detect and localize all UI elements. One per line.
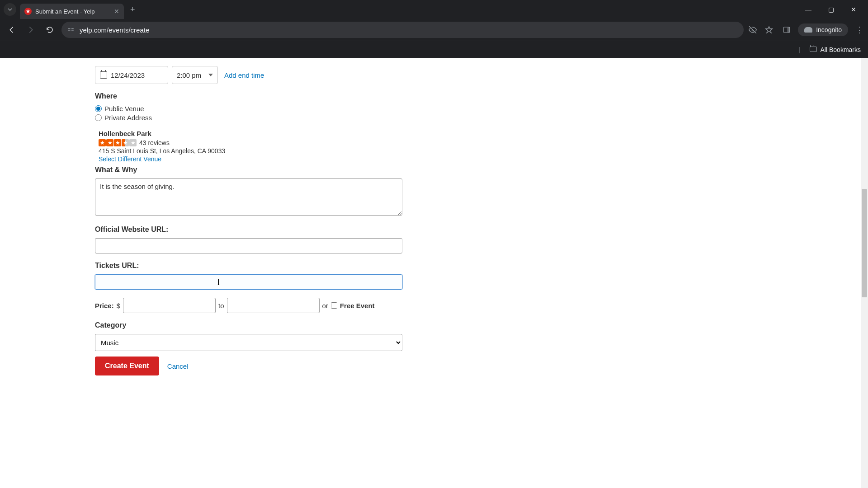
side-panel-icon[interactable] [783, 26, 791, 34]
maximize-button[interactable]: ▢ [825, 6, 837, 13]
review-count: 43 reviews [139, 139, 170, 146]
tab-search-button[interactable] [4, 3, 16, 16]
close-tab-icon[interactable]: ✕ [114, 8, 119, 15]
where-section: Where Public Venue Private Address Holle… [95, 92, 407, 163]
svg-rect-1 [68, 30, 71, 31]
private-address-radio[interactable] [95, 114, 102, 121]
yelp-favicon [24, 8, 32, 15]
form-actions: Create Event Cancel [95, 357, 407, 375]
tab-bar: Submit an Event - Yelp ✕ + ― ▢ ✕ [0, 0, 868, 19]
incognito-label: Incognito [816, 26, 842, 33]
price-to-label: to [218, 302, 224, 310]
venue-rating: 43 reviews [99, 139, 407, 146]
url-field[interactable]: yelp.com/events/create [61, 22, 744, 38]
price-from-input[interactable] [123, 298, 216, 313]
category-label: Category [95, 321, 407, 329]
free-event-checkbox[interactable] [331, 302, 337, 309]
time-select[interactable]: 2:00 pm [172, 66, 218, 84]
url-text: yelp.com/events/create [80, 26, 149, 34]
date-value: 12/24/2023 [111, 71, 145, 79]
text-cursor-icon: I [217, 277, 220, 287]
private-address-label: Private Address [104, 114, 152, 122]
tickets-input[interactable] [95, 274, 402, 290]
price-or-label: or [322, 302, 328, 310]
website-section: Official Website URL: [95, 225, 407, 253]
datetime-row: 12/24/2023 2:00 pm Add end time [95, 66, 407, 84]
what-why-label: What & Why [95, 166, 407, 174]
category-select[interactable]: Music [95, 334, 402, 351]
bookmarks-bar: | All Bookmarks [0, 41, 868, 58]
close-window-button[interactable]: ✕ [847, 6, 860, 13]
svg-rect-5 [788, 27, 790, 33]
website-input[interactable] [95, 238, 402, 253]
what-why-textarea[interactable]: It is the season of giving. [95, 178, 402, 216]
eye-off-icon[interactable] [748, 25, 757, 34]
create-event-button[interactable]: Create Event [95, 357, 159, 375]
venue-address: 415 S Saint Louis St, Los Angeles, CA 90… [99, 147, 407, 155]
bookmarks-divider: | [799, 46, 801, 53]
price-row: Price: $ to or Free Event [95, 298, 407, 313]
tab-title: Submit an Event - Yelp [35, 8, 108, 15]
public-venue-option[interactable]: Public Venue [95, 105, 407, 113]
menu-button[interactable]: ⋮ [855, 25, 863, 35]
free-event-label: Free Event [340, 302, 375, 310]
page-viewport: 12/24/2023 2:00 pm Add end time Where Pu… [0, 58, 868, 488]
tickets-label: Tickets URL: [95, 262, 407, 270]
minimize-button[interactable]: ― [802, 6, 815, 13]
where-label: Where [95, 92, 407, 100]
address-bar: yelp.com/events/create Incognito ⋮ [0, 19, 868, 41]
time-value: 2:00 pm [177, 71, 201, 79]
private-address-option[interactable]: Private Address [95, 114, 407, 122]
new-tab-button[interactable]: + [130, 5, 135, 14]
price-to-input[interactable] [227, 298, 320, 313]
svg-rect-0 [68, 28, 71, 29]
svg-rect-2 [71, 28, 74, 29]
event-form: 12/24/2023 2:00 pm Add end time Where Pu… [0, 58, 407, 385]
what-why-section: What & Why It is the season of giving. [95, 166, 407, 217]
category-section: Category Music [95, 321, 407, 351]
scrollbar-track[interactable] [861, 58, 868, 488]
public-venue-radio[interactable] [95, 105, 102, 112]
cancel-link[interactable]: Cancel [167, 362, 189, 370]
stars-icon [99, 139, 137, 146]
browser-chrome: Submit an Event - Yelp ✕ + ― ▢ ✕ yelp.co… [0, 0, 868, 58]
chevron-down-icon [208, 74, 213, 76]
venue-card: Hollenbeck Park 43 reviews 415 S Saint L… [95, 130, 407, 163]
venue-name: Hollenbeck Park [99, 130, 407, 137]
browser-tab[interactable]: Submit an Event - Yelp ✕ [20, 4, 124, 19]
calendar-icon [100, 71, 107, 79]
scrollbar-thumb[interactable] [862, 189, 867, 297]
price-label: Price: [95, 302, 114, 310]
incognito-icon [804, 27, 812, 33]
date-input[interactable]: 12/24/2023 [95, 66, 168, 84]
select-different-venue-link[interactable]: Select Different Venue [99, 155, 161, 163]
bookmark-star-icon[interactable] [764, 25, 774, 34]
add-end-time-link[interactable]: Add end time [224, 71, 264, 79]
currency-symbol: $ [117, 302, 120, 310]
toolbar-right: Incognito ⋮ [748, 23, 863, 36]
svg-rect-3 [71, 30, 74, 31]
all-bookmarks-button[interactable]: All Bookmarks [821, 46, 861, 53]
website-label: Official Website URL: [95, 225, 407, 234]
forward-button[interactable] [24, 23, 38, 37]
reload-button[interactable] [42, 23, 57, 37]
tickets-section: Tickets URL: I [95, 262, 407, 290]
folder-icon [810, 47, 817, 52]
incognito-indicator[interactable]: Incognito [798, 23, 848, 36]
window-controls: ― ▢ ✕ [802, 6, 864, 13]
site-info-icon[interactable] [68, 27, 75, 33]
public-venue-label: Public Venue [104, 105, 144, 113]
back-button[interactable] [5, 23, 19, 37]
